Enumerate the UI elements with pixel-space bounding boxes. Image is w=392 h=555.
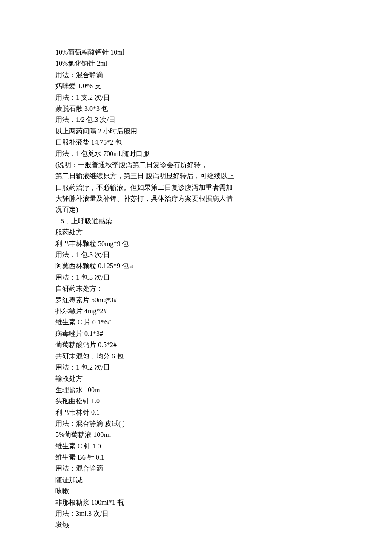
text-line: 利巴韦林针 0.1 bbox=[55, 407, 337, 418]
text-line: 利巴韦林颗粒 50mg*9 包 bbox=[55, 238, 337, 249]
text-line: 5%葡萄糖液 100ml bbox=[55, 429, 337, 440]
text-line: 维生素 C 片 0.1*6# bbox=[55, 317, 337, 328]
text-line: 葡萄糖酸钙片 0.5*2# bbox=[55, 339, 337, 350]
text-line: 用法：1 包兑水 700ml.随时口服 bbox=[55, 148, 337, 159]
text-line: 以上两药间隔 2 小时后服用 bbox=[55, 126, 337, 137]
text-line: 10%葡萄糖酸钙针 10ml bbox=[55, 47, 337, 58]
text-line: 5，上呼吸道感染 bbox=[55, 216, 337, 227]
text-line: 蒙脱石散 3.0*3 包 bbox=[55, 103, 337, 114]
text-line: 用法：1/2 包.3 次/日 bbox=[55, 114, 337, 125]
text-line: 用法：1 支.2 次/日 bbox=[55, 92, 337, 103]
text-line: 头孢曲松针 1.0 bbox=[55, 396, 337, 407]
text-line: 大静脉补液量及补钾、补苏打，具体治疗方案要根据病人情 bbox=[55, 193, 337, 204]
text-line: 第二日输液继续原方，第三日 腹泻明显好转后，可继续以上 bbox=[55, 171, 337, 182]
text-line: 用法：1 包.3 次/日 bbox=[55, 272, 337, 283]
text-line: 10%氯化钠针 2ml bbox=[55, 58, 337, 69]
text-line: 口服药治疗，不必输液。但如果第二日复诊腹泻加重者需加 bbox=[55, 182, 337, 193]
text-line: 发热 bbox=[55, 519, 337, 530]
document-page: 10%葡萄糖酸钙针 10ml10%氯化钠针 2ml用法：混合静滴妈咪爱 1.0*… bbox=[0, 0, 392, 555]
text-line: 维生素 B6 针 0.1 bbox=[55, 452, 337, 463]
text-line: 妈咪爱 1.0*6 支 bbox=[55, 81, 337, 92]
text-line: 罗红霉素片 50mg*3# bbox=[55, 295, 337, 306]
text-line: 扑尔敏片 4mg*2# bbox=[55, 306, 337, 317]
text-line: 口服补液盐 14.75*2 包 bbox=[55, 137, 337, 148]
text-line: 非那根糖浆 100ml*1 瓶 bbox=[55, 497, 337, 508]
text-line: 病毒唑片 0.1*3# bbox=[55, 328, 337, 339]
text-line: 况而定) bbox=[55, 204, 337, 215]
text-line: 用法：混合静滴 bbox=[55, 463, 337, 474]
text-line: 生理盐水 100ml bbox=[55, 384, 337, 396]
document-content: 10%葡萄糖酸钙针 10ml10%氯化钠针 2ml用法：混合静滴妈咪爱 1.0*… bbox=[55, 47, 337, 531]
text-line: 维生素 C 针 1.0 bbox=[55, 441, 337, 452]
text-line: 咳嗽 bbox=[55, 486, 337, 497]
text-line: 用法：混合静滴.皮试( ) bbox=[55, 418, 337, 429]
text-line: 服药处方： bbox=[55, 227, 337, 238]
text-line: 自研药末处方： bbox=[55, 283, 337, 294]
text-line: 随证加减： bbox=[55, 474, 337, 486]
text-line: 用法：1 包.3 次/日 bbox=[55, 249, 337, 260]
text-line: 阿莫西林颗粒 0.125*9 包 a bbox=[55, 260, 337, 272]
text-line: 共研末混匀，均分 6 包 bbox=[55, 351, 337, 362]
text-line: 输液处方： bbox=[55, 373, 337, 384]
text-line: 用法：混合静滴 bbox=[55, 69, 337, 81]
text-line: 用法：1 包.2 次/日 bbox=[55, 362, 337, 373]
text-line: (说明：一般普通秋季腹泻第二日复诊会有所好转， bbox=[55, 159, 337, 171]
text-line: 用法：3ml.3 次/日 bbox=[55, 508, 337, 519]
